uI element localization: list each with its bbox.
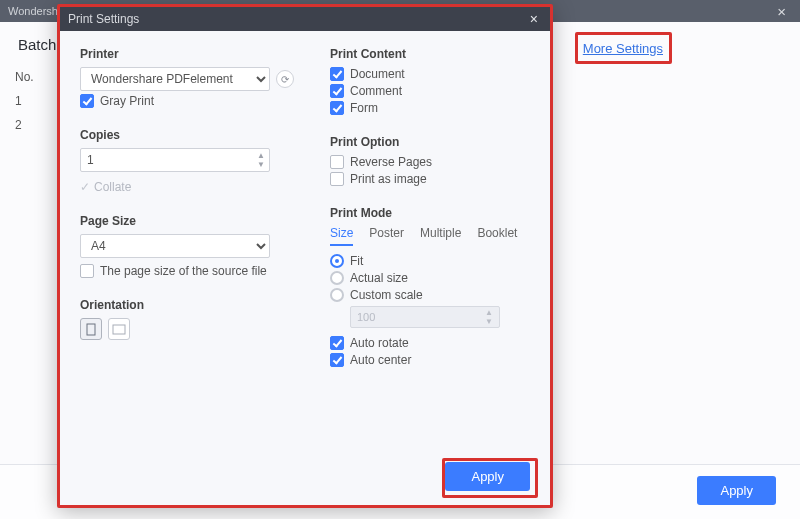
orientation-landscape-button[interactable] bbox=[108, 318, 130, 340]
orientation-portrait-button[interactable] bbox=[80, 318, 102, 340]
reverse-pages-checkbox[interactable]: Reverse Pages bbox=[330, 155, 540, 169]
auto-rotate-checkbox[interactable]: Auto rotate bbox=[330, 336, 540, 350]
print-option-label: Print Option bbox=[330, 135, 540, 149]
collate-option: ✓Collate bbox=[80, 180, 295, 194]
tab-poster[interactable]: Poster bbox=[369, 226, 404, 246]
print-mode-tabs: Size Poster Multiple Booklet bbox=[330, 226, 540, 246]
spinner-arrows-icon[interactable]: ▲▼ bbox=[257, 151, 265, 169]
pagesize-label: Page Size bbox=[80, 214, 295, 228]
table-row[interactable]: 2 bbox=[15, 118, 34, 142]
dialog-titlebar: Print Settings × bbox=[60, 7, 550, 31]
more-settings-link[interactable]: More Settings bbox=[583, 41, 663, 56]
mode-custom-radio[interactable]: Custom scale bbox=[330, 288, 540, 302]
page-title: Batch bbox=[18, 36, 56, 53]
content-form-checkbox[interactable]: Form bbox=[330, 101, 540, 115]
tab-booklet[interactable]: Booklet bbox=[477, 226, 517, 246]
source-pagesize-checkbox[interactable]: The page size of the source file bbox=[80, 264, 295, 278]
close-icon[interactable]: × bbox=[526, 11, 542, 27]
content-document-checkbox[interactable]: Document bbox=[330, 67, 540, 81]
content-comment-checkbox[interactable]: Comment bbox=[330, 84, 540, 98]
printer-select[interactable]: Wondershare PDFelement bbox=[80, 67, 270, 91]
print-mode-label: Print Mode bbox=[330, 206, 540, 220]
orientation-label: Orientation bbox=[80, 298, 295, 312]
dialog-title: Print Settings bbox=[68, 12, 139, 26]
app-title: Wondersha bbox=[8, 5, 64, 17]
printer-label: Printer bbox=[80, 47, 295, 61]
apply-button[interactable]: Apply bbox=[697, 476, 776, 505]
custom-scale-input: 100▲▼ bbox=[350, 306, 500, 328]
batch-table: No. 1 2 bbox=[15, 70, 34, 142]
auto-center-checkbox[interactable]: Auto center bbox=[330, 353, 540, 367]
tab-size[interactable]: Size bbox=[330, 226, 353, 246]
print-as-image-checkbox[interactable]: Print as image bbox=[330, 172, 540, 186]
gray-print-checkbox[interactable]: Gray Print bbox=[80, 94, 295, 108]
refresh-printer-icon[interactable]: ⟳ bbox=[276, 70, 294, 88]
tab-multiple[interactable]: Multiple bbox=[420, 226, 461, 246]
col-header-no: No. bbox=[15, 70, 34, 94]
copies-label: Copies bbox=[80, 128, 295, 142]
print-content-label: Print Content bbox=[330, 47, 540, 61]
svg-rect-1 bbox=[113, 325, 125, 334]
mode-fit-radio[interactable]: Fit bbox=[330, 254, 540, 268]
dialog-apply-button[interactable]: Apply bbox=[445, 462, 530, 491]
mode-actual-radio[interactable]: Actual size bbox=[330, 271, 540, 285]
copies-input[interactable]: 1 ▲▼ bbox=[80, 148, 270, 172]
print-settings-dialog: Print Settings × Printer Wondershare PDF… bbox=[57, 4, 553, 508]
table-row[interactable]: 1 bbox=[15, 94, 34, 118]
app-close-icon[interactable]: × bbox=[771, 4, 792, 19]
pagesize-select[interactable]: A4 bbox=[80, 234, 270, 258]
svg-rect-0 bbox=[87, 324, 95, 335]
